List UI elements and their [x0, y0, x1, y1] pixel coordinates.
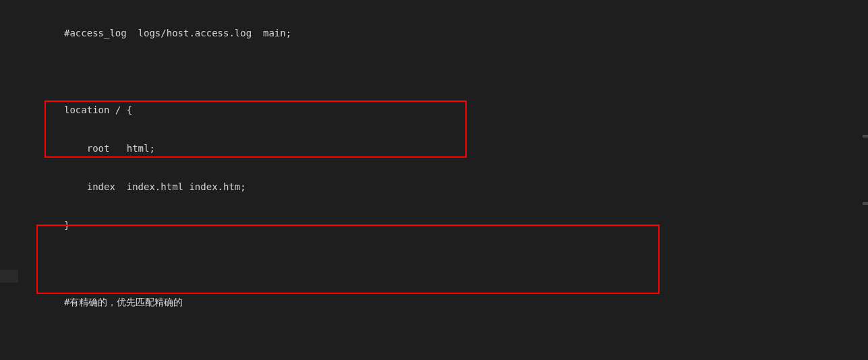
overview-mark — [863, 202, 868, 205]
code-line: } — [64, 220, 69, 231]
code-line: index index.html index.htm; — [64, 181, 246, 192]
overview-ruler[interactable] — [863, 0, 868, 360]
code-line: #有精确的，优先匹配精确的 — [64, 297, 183, 307]
code-line: root html; — [64, 143, 155, 154]
code-line: location / { — [64, 104, 132, 115]
overview-mark — [863, 135, 868, 138]
code-editor[interactable]: #access_log logs/host.access.log main; l… — [0, 0, 868, 360]
code-line: #access_log logs/host.access.log main; — [64, 28, 291, 38]
